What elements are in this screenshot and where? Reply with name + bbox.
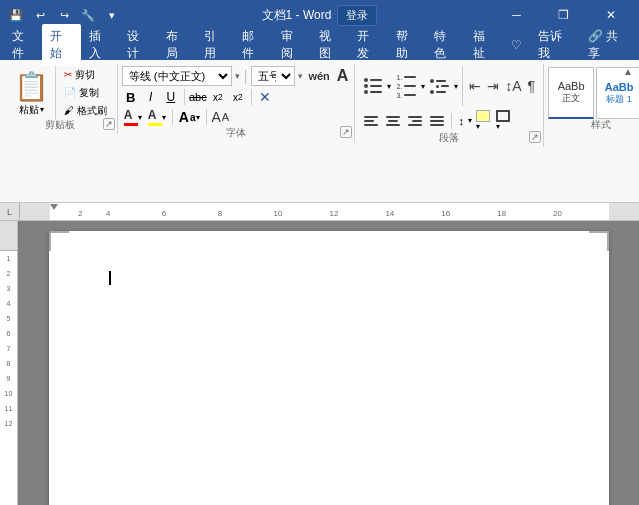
paste-dropdown-arrow[interactable]: ▾ — [40, 105, 44, 114]
highlight-color-button[interactable]: A ▾ — [146, 108, 168, 126]
font-size-controls: A A — [211, 109, 229, 125]
char-spacing-button[interactable]: A a ▾ — [177, 108, 203, 126]
align-right-button[interactable] — [405, 113, 425, 129]
font-color-button[interactable]: A ▾ — [122, 108, 144, 126]
paste-button[interactable]: 📋 粘贴 ▾ — [8, 66, 56, 120]
menu-special[interactable]: 特色 — [426, 24, 464, 66]
clipboard-group: 📋 粘贴 ▾ ✂ 剪切 📄 复制 🖌 格式刷 剪贴板 ↗ — [4, 64, 118, 134]
paragraph-dialog-launcher[interactable]: ↗ — [529, 131, 541, 143]
clipboard-dialog-launcher[interactable]: ↗ — [103, 118, 115, 130]
ruler-left-indicator: L — [0, 203, 20, 220]
undo-icon[interactable]: ↩ — [30, 5, 50, 25]
customize-icon[interactable]: 🔧 — [78, 5, 98, 25]
numbering-dropdown[interactable]: ▾ — [421, 82, 425, 91]
menu-mailings[interactable]: 邮件 — [234, 24, 272, 66]
font-group: 等线 (中文正文) ▾ | 五号 ▾ wén A B I U abc x2 x2 — [118, 64, 356, 142]
menu-insert[interactable]: 插入 — [81, 24, 119, 66]
paragraph-group: ▾ 1. 2. 3. ▾ ▾ ⇤ ⇥ — [355, 64, 544, 147]
justify-button[interactable] — [427, 113, 447, 129]
bold-button[interactable]: B — [122, 88, 140, 106]
font-name-dropdown[interactable]: ▾ — [235, 71, 240, 81]
line-spacing-button[interactable]: ↕ — [456, 113, 466, 129]
format-painter-button[interactable]: 🖌 格式刷 — [60, 103, 111, 119]
copy-button[interactable]: 📄 复制 — [60, 85, 111, 101]
document-page[interactable] — [49, 231, 609, 505]
menu-layout[interactable]: 布局 — [158, 24, 196, 66]
ribbon: 📋 粘贴 ▾ ✂ 剪切 📄 复制 🖌 格式刷 剪贴板 ↗ — [0, 60, 639, 203]
page-corner-tr — [589, 231, 609, 251]
font-name-select[interactable]: 等线 (中文正文) — [122, 66, 232, 86]
font-enlarge-button[interactable]: A — [211, 109, 220, 125]
ribbon-collapse-button[interactable]: ▲ — [623, 66, 633, 77]
ruler-scale[interactable]: 2 4 6 8 10 12 14 16 18 20 — [20, 203, 639, 220]
clear-format-button[interactable]: ✕ — [256, 88, 274, 106]
menu-view[interactable]: 视图 — [311, 24, 349, 66]
font-shrink-button[interactable]: A — [222, 111, 229, 123]
align-left-button[interactable] — [361, 113, 381, 129]
paste-icon: 📋 — [14, 70, 49, 103]
first-line-indent[interactable] — [50, 204, 58, 210]
menu-heart[interactable]: ♡ — [503, 34, 530, 56]
style-normal[interactable]: AaBb 正文 — [548, 67, 594, 119]
clipboard-sub-buttons: ✂ 剪切 📄 复制 🖌 格式刷 — [60, 66, 111, 120]
menu-developer[interactable]: 开发 — [349, 24, 387, 66]
shading-button[interactable]: ▾ — [474, 108, 492, 133]
document-container: 1 2 3 4 5 6 7 8 9 10 11 12 — [0, 221, 639, 505]
bullets-button[interactable] — [361, 75, 385, 97]
menu-welfare[interactable]: 福祉 — [465, 24, 503, 66]
page-corner-tl — [49, 231, 69, 251]
dropdown-icon[interactable]: ▾ — [102, 5, 122, 25]
line-spacing-dropdown[interactable]: ▾ — [468, 116, 472, 125]
font-dialog-launcher[interactable]: ↗ — [340, 126, 352, 138]
bullets-dropdown[interactable]: ▾ — [387, 82, 391, 91]
underline-button[interactable]: U — [162, 88, 180, 106]
increase-indent-button[interactable]: ⇥ — [485, 76, 501, 96]
menu-home[interactable]: 开始 — [42, 24, 80, 66]
numbering-button[interactable]: 1. 2. 3. — [393, 71, 419, 102]
page-area[interactable] — [18, 221, 639, 505]
quick-access-toolbar: 💾 ↩ ↪ 🔧 ▾ — [6, 5, 122, 25]
text-cursor — [109, 271, 111, 285]
menu-tell-me[interactable]: 告诉我 — [530, 24, 580, 66]
font-size-select[interactable]: 五号 — [251, 66, 295, 86]
multilevel-dropdown[interactable]: ▾ — [454, 82, 458, 91]
multilevel-button[interactable] — [427, 76, 452, 97]
save-icon[interactable]: 💾 — [6, 5, 26, 25]
subscript-button[interactable]: x2 — [209, 88, 227, 106]
font-aa-large[interactable]: A — [335, 66, 351, 86]
menu-review[interactable]: 审阅 — [273, 24, 311, 66]
vertical-ruler: 1 2 3 4 5 6 7 8 9 10 11 12 — [0, 221, 18, 505]
menu-file[interactable]: 文件 — [4, 24, 42, 66]
para-mark-button[interactable]: ¶ — [526, 76, 538, 96]
menu-references[interactable]: 引用 — [196, 24, 234, 66]
menu-help[interactable]: 帮助 — [388, 24, 426, 66]
strikethrough-button[interactable]: abc — [189, 88, 207, 106]
menu-bar: 文件 开始 插入 设计 布局 引用 邮件 审阅 视图 开发 帮助 特色 福祉 ♡… — [0, 30, 639, 60]
cut-button[interactable]: ✂ 剪切 — [60, 67, 111, 83]
horizontal-ruler: L 2 4 6 8 10 12 14 16 18 20 — [0, 203, 639, 221]
superscript-button[interactable]: x2 — [229, 88, 247, 106]
window-title: 文档1 - Word 登录 — [262, 5, 378, 26]
font-size-dropdown[interactable]: ▾ — [298, 71, 303, 81]
word-count-icon: wén — [305, 69, 332, 83]
italic-button[interactable]: I — [142, 88, 160, 106]
menu-design[interactable]: 设计 — [119, 24, 157, 66]
decrease-indent-button[interactable]: ⇤ — [467, 76, 483, 96]
menu-share[interactable]: 🔗 共享 — [580, 24, 635, 66]
align-center-button[interactable] — [383, 113, 403, 129]
borders-button[interactable]: ▾ — [494, 108, 512, 133]
redo-icon[interactable]: ↪ — [54, 5, 74, 25]
sort-button[interactable]: ↕A — [503, 76, 523, 96]
login-button[interactable]: 登录 — [337, 5, 377, 26]
